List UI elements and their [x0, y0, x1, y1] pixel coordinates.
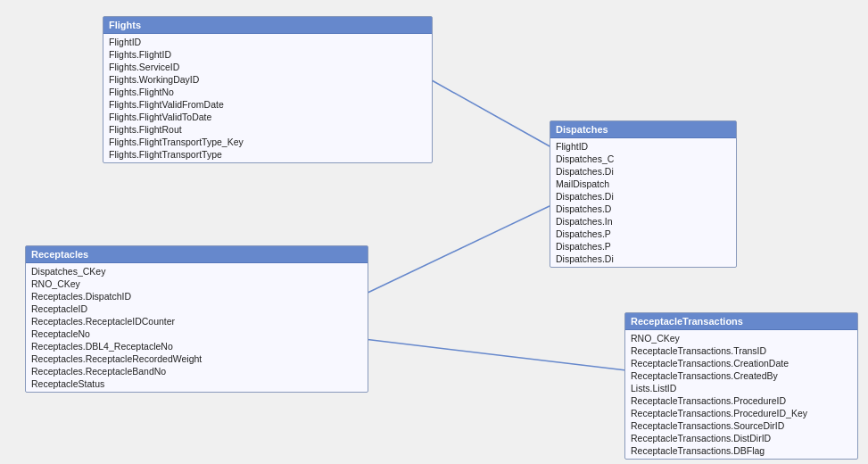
table-row: Flights.FlightValidToDate: [103, 111, 432, 123]
table-row: ReceptacleNo: [26, 327, 368, 340]
table-receptacle-transactions-title: ReceptacleTransactions: [631, 316, 743, 327]
table-row: Dispatches_CKey: [26, 265, 368, 278]
table-flights-title: Flights: [109, 20, 141, 30]
table-receptacles[interactable]: Receptacles Dispatches_CKeyRNO_CKeyRecep…: [25, 245, 368, 393]
table-receptacle-transactions[interactable]: ReceptacleTransactions RNO_CKeyReceptacl…: [624, 312, 858, 460]
table-row: ReceptacleTransactions.CreatedBy: [625, 369, 857, 382]
table-row: FlightID: [550, 140, 736, 153]
table-row: Dispatches.Di: [550, 253, 736, 265]
table-receptacles-header: Receptacles: [26, 246, 368, 263]
table-dispatches[interactable]: Dispatches FlightIDDispatches_CDispatche…: [550, 120, 737, 268]
table-row: ReceptacleID: [26, 302, 368, 315]
table-row: Receptacles.ReceptacleRecordedWeight: [26, 352, 368, 365]
table-row: Dispatches.P: [550, 228, 736, 240]
table-row: Receptacles.ReceptacleBandNo: [26, 365, 368, 377]
table-row: ReceptacleTransactions.ProcedureID_Key: [625, 407, 857, 419]
table-row: Receptacles.DBL4_ReceptacleNo: [26, 340, 368, 352]
table-dispatches-header: Dispatches: [550, 121, 736, 138]
table-flights-header: Flights: [103, 17, 432, 34]
table-row: Flights.FlightTransportType_Key: [103, 136, 432, 148]
table-row: ReceptacleTransactions.TransID: [625, 344, 857, 357]
table-row: FlightID: [103, 36, 432, 48]
table-row: ReceptacleTransactions.SourceDirID: [625, 419, 857, 432]
table-receptacle-transactions-header: ReceptacleTransactions: [625, 313, 857, 330]
table-row: RNO_CKey: [625, 332, 857, 344]
table-row: ReceptacleTransactions.DistDirID: [625, 432, 857, 444]
table-row: RNO_CKey: [26, 278, 368, 290]
table-row: Dispatches.Di: [550, 190, 736, 203]
table-row: Flights.FlightNo: [103, 86, 432, 98]
table-row: ReceptacleTransactions.ProcedureID: [625, 394, 857, 407]
table-row: Flights.FlightID: [103, 48, 432, 61]
table-row: ReceptacleStatus: [26, 377, 368, 390]
table-dispatches-title: Dispatches: [556, 124, 608, 135]
table-row: Lists.ListID: [625, 382, 857, 394]
table-row: Dispatches_C: [550, 153, 736, 165]
svg-line-0: [432, 80, 551, 147]
table-row: Flights.WorkingDayID: [103, 73, 432, 86]
svg-line-1: [364, 205, 551, 294]
table-row: Dispatches.Di: [550, 165, 736, 178]
table-row: Dispatches.P: [550, 240, 736, 253]
table-receptacles-title: Receptacles: [31, 249, 88, 260]
table-row: Dispatches.In: [550, 215, 736, 228]
table-row: Flights.FlightValidFromDate: [103, 98, 432, 111]
table-row: MailDispatch: [550, 178, 736, 190]
table-row: ReceptacleTransactions.DBFlag: [625, 444, 857, 457]
svg-line-2: [364, 339, 626, 370]
table-receptacle-transactions-body: RNO_CKeyReceptacleTransactions.TransIDRe…: [625, 330, 857, 459]
table-row: ReceptacleTransactions.CreationDate: [625, 357, 857, 369]
table-dispatches-body: FlightIDDispatches_CDispatches.DiMailDis…: [550, 138, 736, 267]
table-row: Receptacles.DispatchID: [26, 290, 368, 302]
table-row: Flights.FlightTransportType: [103, 148, 432, 161]
table-row: Dispatches.D: [550, 203, 736, 215]
table-row: Flights.ServiceID: [103, 61, 432, 73]
diagram-canvas: Flights FlightIDFlights.FlightIDFlights.…: [0, 0, 868, 464]
table-receptacles-body: Dispatches_CKeyRNO_CKeyReceptacles.Dispa…: [26, 263, 368, 392]
table-flights[interactable]: Flights FlightIDFlights.FlightIDFlights.…: [103, 16, 433, 163]
table-row: Receptacles.ReceptacleIDCounter: [26, 315, 368, 327]
table-flights-body: FlightIDFlights.FlightIDFlights.ServiceI…: [103, 34, 432, 162]
table-row: Flights.FlightRout: [103, 123, 432, 136]
